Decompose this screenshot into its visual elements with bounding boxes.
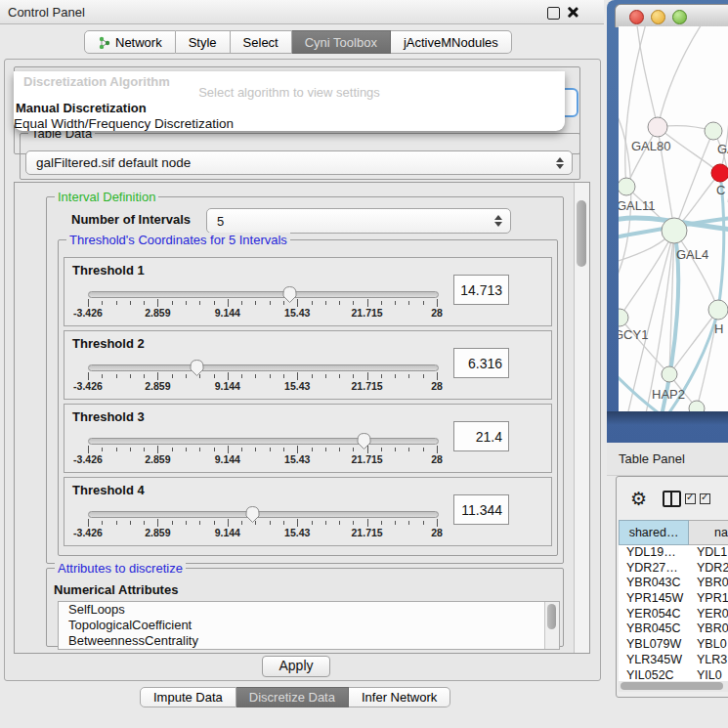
slider-tick xyxy=(214,448,215,451)
slider-thumb[interactable] xyxy=(189,359,205,377)
slider-tick xyxy=(423,301,424,305)
checkbox-icon[interactable] xyxy=(685,493,696,504)
tab-network[interactable]: Network xyxy=(84,30,176,54)
dropdown-option-equal-width[interactable]: Equal Width/Frequency Discretization xyxy=(14,116,234,131)
threshold-value-box[interactable]: 11.344 xyxy=(453,494,509,525)
tab-style[interactable]: Style xyxy=(176,30,231,54)
slider-tick-label: 2.859 xyxy=(145,453,170,465)
slider-tick xyxy=(381,374,382,378)
network-node[interactable] xyxy=(662,218,687,243)
slider-track[interactable] xyxy=(88,438,439,445)
columns-icon[interactable] xyxy=(663,491,681,507)
network-node[interactable] xyxy=(711,164,728,182)
table-row[interactable]: YBL079WYBL0 xyxy=(619,637,728,653)
settings-scrollbar-thumb[interactable] xyxy=(577,200,586,267)
tab-discretize-data[interactable]: Discretize Data xyxy=(236,687,349,707)
threshold-value-box[interactable]: 14.713 xyxy=(453,275,509,305)
tab-cyni-toolbox[interactable]: Cyni Toolbox xyxy=(292,30,391,54)
attribute-item[interactable]: SelfLoops xyxy=(68,602,559,618)
slider-tick xyxy=(88,519,89,527)
table-row[interactable]: YBR045CYBR0 xyxy=(619,621,728,637)
network-node[interactable] xyxy=(705,122,722,140)
attributes-scrollbar[interactable] xyxy=(544,602,559,649)
mac-minimize-icon[interactable] xyxy=(651,10,665,24)
table-row[interactable]: YPR145WYPR1 xyxy=(619,591,728,607)
table-hscrollbar[interactable] xyxy=(619,681,728,692)
slider-tick xyxy=(199,448,200,451)
slider-tick-label: 21.715 xyxy=(352,453,383,465)
network-node[interactable] xyxy=(619,178,635,195)
network-node[interactable] xyxy=(708,300,728,320)
dropdown-option-manual[interactable]: Manual Discretization xyxy=(16,101,147,115)
threshold-value-box[interactable]: 21.4 xyxy=(453,421,509,451)
slider-track[interactable] xyxy=(88,511,439,518)
slider-track[interactable] xyxy=(88,364,439,371)
mac-zoom-icon[interactable] xyxy=(672,10,687,24)
numerical-attributes-label: Numerical Attributes xyxy=(54,582,178,597)
network-node-label: GCY1 xyxy=(619,327,648,342)
network-canvas[interactable]: GAL80GACGAL11GAL4GCY1HHAP2 xyxy=(619,26,728,411)
slider-tick xyxy=(228,372,229,380)
mac-close-icon[interactable] xyxy=(629,10,644,24)
attributes-scrollbar-thumb[interactable] xyxy=(547,604,556,629)
slider-tick xyxy=(116,448,117,451)
slider-tick xyxy=(437,299,438,307)
slider-thumb[interactable] xyxy=(244,505,261,524)
slider-tick xyxy=(408,521,409,525)
slider-tick xyxy=(408,374,409,378)
network-edge xyxy=(674,231,718,310)
network-node[interactable] xyxy=(619,309,628,326)
table-row[interactable]: YBR043CYBR0 xyxy=(619,576,728,591)
slider-tick xyxy=(214,301,215,305)
slider-tick xyxy=(172,448,173,451)
numerical-attributes-list[interactable]: SelfLoopsTopologicalCoefficientBetweenne… xyxy=(58,601,560,650)
table-row[interactable]: YDL19…YDL1 xyxy=(619,545,728,561)
attribute-item[interactable]: BetweennessCentrality xyxy=(68,633,559,649)
slider-tick xyxy=(339,521,340,525)
slider-tick xyxy=(423,448,424,451)
tab-impute-data[interactable]: Impute Data xyxy=(140,687,236,707)
slider-tick-label: 2.859 xyxy=(145,380,170,392)
table-row[interactable]: YIL052CYIL0 xyxy=(619,668,728,682)
canvas-shadow xyxy=(607,411,728,425)
slider-tick xyxy=(144,301,145,305)
table-row[interactable]: YER054CYER0 xyxy=(619,607,728,622)
column-header-shared-name[interactable]: shared… xyxy=(619,520,689,545)
slider-tick-label: -3.426 xyxy=(73,380,103,392)
table-hscrollbar-thumb[interactable] xyxy=(621,682,723,690)
float-window-icon[interactable] xyxy=(547,7,560,20)
slider-tick xyxy=(186,301,187,305)
gear-icon[interactable]: ⚙ xyxy=(630,488,647,509)
network-node[interactable] xyxy=(648,117,667,137)
slider-tick-label: 21.715 xyxy=(352,527,383,538)
attribute-item[interactable]: TopologicalCoefficient xyxy=(68,618,559,633)
tab-select[interactable]: Select xyxy=(231,30,292,54)
threshold-value-box[interactable]: 6.316 xyxy=(453,348,509,378)
column-header-name[interactable]: na xyxy=(689,520,728,545)
slider-tick-label: 21.715 xyxy=(352,307,383,319)
tab-jactivemnodules[interactable]: jActiveMNodules xyxy=(391,30,512,54)
number-of-intervals-combobox[interactable]: 5 xyxy=(206,208,511,234)
combo-stepper-icon xyxy=(493,215,502,227)
slider-thumb[interactable] xyxy=(356,432,372,450)
table-row[interactable]: YLR345WYLR3 xyxy=(619,653,728,668)
network-node[interactable] xyxy=(662,366,677,382)
table-data-combobox[interactable]: galFiltered.sif default node xyxy=(25,150,573,175)
table-body[interactable]: YDL19…YDL1YDR27…YDR2YBR043CYBR0YPR145WYP… xyxy=(619,545,728,681)
checkbox-icon[interactable] xyxy=(700,493,710,504)
slider-tick xyxy=(353,521,354,525)
slider-tick xyxy=(144,521,145,525)
slider-tick-label: 2.859 xyxy=(145,527,170,538)
slider-thumb[interactable] xyxy=(281,285,298,304)
apply-button[interactable]: Apply xyxy=(262,656,330,677)
table-row[interactable]: YDR27…YDR2 xyxy=(619,561,728,577)
network-node[interactable] xyxy=(689,401,705,411)
slider-track[interactable] xyxy=(88,291,439,298)
slider-tick xyxy=(353,448,354,451)
slider-tick xyxy=(408,301,409,305)
close-icon[interactable] xyxy=(567,7,578,18)
tab-infer-network[interactable]: Infer Network xyxy=(349,687,450,707)
network-node-label: GA xyxy=(717,142,728,156)
network-icon xyxy=(98,36,110,49)
settings-scrollbar[interactable] xyxy=(574,183,589,653)
